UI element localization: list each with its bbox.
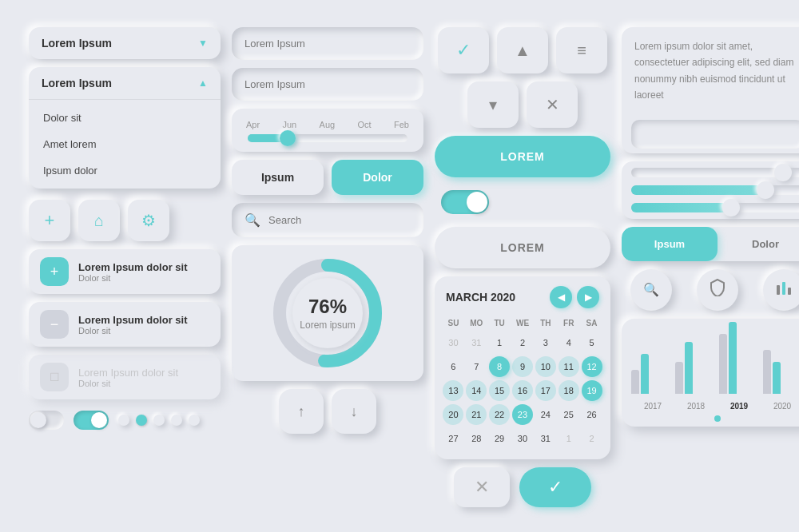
h-slider-thumb-3[interactable] bbox=[722, 199, 740, 216]
cal-day[interactable]: 31 bbox=[466, 332, 487, 353]
toggle-off[interactable] bbox=[29, 411, 64, 430]
checkmark-button[interactable]: ✓ bbox=[438, 27, 489, 73]
toggle-big-on[interactable] bbox=[441, 190, 489, 214]
calendar-title: MARCH 2020 bbox=[446, 291, 515, 304]
cal-day[interactable]: 30 bbox=[443, 332, 463, 353]
input-1[interactable] bbox=[232, 27, 423, 60]
cal-day[interactable]: 29 bbox=[489, 428, 510, 449]
cal-day[interactable]: 2 bbox=[582, 428, 602, 449]
cal-day[interactable]: 19 bbox=[582, 380, 602, 401]
cal-day[interactable]: 5 bbox=[582, 332, 602, 353]
h-slider-3[interactable] bbox=[631, 203, 799, 212]
dropdown-open-arrow: ▲ bbox=[198, 77, 208, 89]
input-2[interactable] bbox=[232, 68, 423, 101]
cal-day[interactable]: 17 bbox=[535, 380, 556, 401]
text-input-field[interactable] bbox=[631, 120, 799, 149]
svg-rect-5 bbox=[788, 288, 791, 295]
x-button[interactable]: ✕ bbox=[454, 467, 510, 507]
cal-day[interactable]: 1 bbox=[559, 428, 579, 449]
cal-day[interactable]: 10 bbox=[535, 356, 556, 377]
check-button[interactable]: ✓ bbox=[519, 467, 591, 507]
cal-day[interactable]: 11 bbox=[559, 356, 579, 377]
cal-day[interactable]: 1 bbox=[489, 332, 510, 353]
calendar-prev[interactable]: ◀ bbox=[550, 286, 572, 308]
settings-button[interactable]: ⚙ bbox=[128, 200, 169, 241]
list-item-2[interactable]: − Lorem Ipsum dolor sit Dolor sit bbox=[29, 302, 221, 347]
cal-day[interactable]: 28 bbox=[466, 428, 487, 449]
cal-day[interactable]: 9 bbox=[512, 356, 533, 377]
cal-day[interactable]: 4 bbox=[559, 332, 579, 353]
text-content: Lorem ipsum dolor sit amet, consectetuer… bbox=[622, 27, 799, 115]
cal-day[interactable]: 20 bbox=[443, 404, 463, 425]
h-slider-thumb-1[interactable] bbox=[774, 164, 792, 181]
cal-day[interactable]: 22 bbox=[489, 404, 510, 425]
chart-round-button[interactable] bbox=[763, 269, 799, 311]
cal-day[interactable]: 18 bbox=[559, 380, 579, 401]
menu-button[interactable]: ≡ bbox=[556, 27, 607, 73]
dropdown-closed[interactable]: Lorem Ipsum ▼ bbox=[29, 27, 221, 59]
dropdown-item-1[interactable]: Dolor sit bbox=[29, 105, 221, 131]
search-round-button[interactable]: 🔍 bbox=[630, 269, 672, 311]
cal-day-today[interactable]: 23 bbox=[512, 404, 533, 425]
segment-ipsum[interactable]: Ipsum bbox=[622, 227, 718, 261]
radio-dot-3[interactable] bbox=[153, 415, 165, 426]
h-slider-thumb-2[interactable] bbox=[757, 181, 774, 199]
big-toggle-row bbox=[435, 185, 610, 219]
cal-day[interactable]: 7 bbox=[466, 356, 487, 377]
calendar-next[interactable]: ▶ bbox=[577, 286, 599, 308]
cal-day[interactable]: 13 bbox=[443, 380, 463, 401]
cal-day[interactable]: 6 bbox=[443, 356, 463, 377]
lorem-button-flat[interactable]: LOREM bbox=[435, 227, 610, 268]
dropdown-item-2[interactable]: Amet lorem bbox=[29, 131, 221, 157]
radio-dot-2[interactable] bbox=[136, 415, 147, 426]
cal-day[interactable]: 26 bbox=[582, 404, 602, 425]
search-field[interactable]: 🔍 bbox=[232, 203, 423, 237]
list-item-1[interactable]: + Lorem Ipsum dolor sit Dolor sit bbox=[29, 249, 221, 294]
cal-day[interactable]: 3 bbox=[535, 332, 556, 353]
cal-day[interactable]: 25 bbox=[559, 404, 579, 425]
column-4: Lorem ipsum dolor sit amet, consectetuer… bbox=[622, 27, 799, 507]
toggle-thumb-off bbox=[30, 412, 46, 428]
cal-day[interactable]: 14 bbox=[466, 380, 487, 401]
segment-dolor[interactable]: Dolor bbox=[718, 227, 799, 261]
slider-thumb[interactable] bbox=[280, 130, 296, 146]
radio-dot-1[interactable] bbox=[118, 415, 129, 426]
arrow-down-button[interactable]: ↓ bbox=[332, 389, 376, 434]
dolor-button[interactable]: Dolor bbox=[332, 160, 423, 195]
h-slider-2[interactable] bbox=[631, 185, 799, 195]
cal-day[interactable]: 8 bbox=[489, 356, 510, 377]
slider-track[interactable] bbox=[248, 134, 407, 142]
toggle-on[interactable] bbox=[74, 411, 109, 430]
cal-day[interactable]: 30 bbox=[512, 428, 533, 449]
cal-day[interactable]: 15 bbox=[489, 380, 510, 401]
close-button[interactable]: ✕ bbox=[527, 81, 578, 128]
list-item-3[interactable]: ☐ Lorem Ipsum dolor sit Dolor sit bbox=[29, 355, 221, 399]
cal-day[interactable]: 12 bbox=[582, 356, 602, 377]
dropdown-header[interactable]: Lorem Ipsum ▲ bbox=[29, 67, 221, 100]
plus-button[interactable]: + bbox=[29, 200, 70, 241]
cal-day[interactable]: 27 bbox=[443, 428, 463, 449]
menu-icon: ≡ bbox=[577, 42, 586, 60]
input-field-2[interactable] bbox=[232, 68, 423, 101]
h-slider-1[interactable] bbox=[631, 168, 799, 177]
chevron-down-button[interactable]: ▾ bbox=[467, 81, 519, 128]
slider-section: Apr Jun Aug Oct Feb bbox=[232, 109, 423, 152]
lorem-button-teal[interactable]: LOREM bbox=[435, 136, 610, 177]
ipsum-button[interactable]: Ipsum bbox=[232, 160, 324, 195]
h-slider-fill-2 bbox=[631, 185, 765, 195]
sliders-section bbox=[622, 161, 799, 219]
dropdown-item-3[interactable]: Ipsum dolor bbox=[29, 157, 221, 184]
radio-dot-5[interactable] bbox=[189, 415, 200, 426]
cal-day[interactable]: 16 bbox=[512, 380, 533, 401]
cal-day[interactable]: 21 bbox=[466, 404, 487, 425]
cal-day[interactable]: 24 bbox=[535, 404, 556, 425]
cal-day[interactable]: 2 bbox=[512, 332, 533, 353]
radio-dot-4[interactable] bbox=[171, 415, 182, 426]
cal-day[interactable]: 31 bbox=[535, 428, 556, 449]
shield-round-button[interactable] bbox=[697, 269, 738, 311]
chevron-up-button[interactable]: ▲ bbox=[497, 27, 548, 73]
input-field-1[interactable] bbox=[232, 27, 423, 60]
arrow-up-button[interactable]: ↑ bbox=[279, 389, 324, 434]
search-input[interactable] bbox=[268, 214, 411, 226]
home-button[interactable]: ⌂ bbox=[78, 200, 120, 241]
